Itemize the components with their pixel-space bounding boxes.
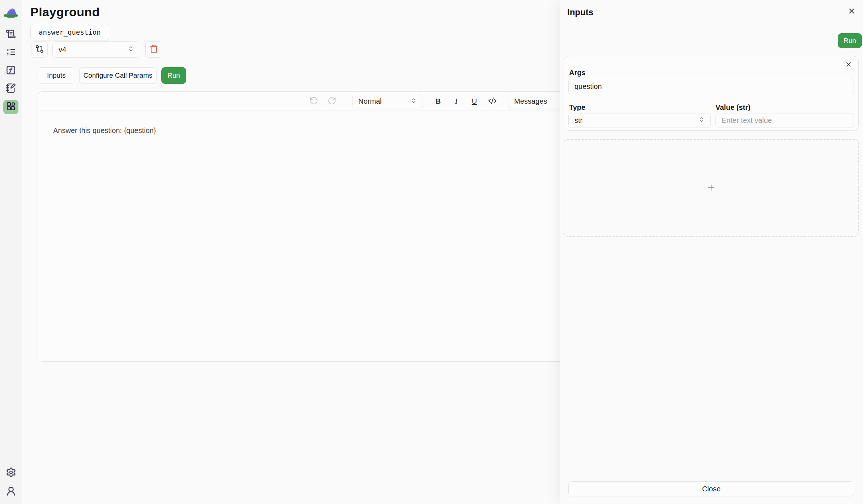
undo-button[interactable] — [307, 95, 320, 108]
type-select[interactable]: str — [568, 113, 711, 128]
sidebar-item-account[interactable] — [3, 484, 18, 499]
function-name-chip[interactable]: answer_question — [30, 24, 109, 40]
list-icon — [6, 47, 16, 59]
page-title: Playground — [30, 5, 100, 19]
bold-label: B — [436, 97, 441, 105]
panel-run-button[interactable]: Run — [838, 33, 862, 48]
inputs-panel-title: Inputs — [567, 7, 593, 17]
settings-gear-icon — [6, 467, 16, 479]
italic-label: I — [455, 97, 458, 106]
code-icon — [488, 96, 497, 106]
args-label: Args — [569, 69, 586, 77]
close-icon — [845, 61, 852, 69]
sidebar-item-functions[interactable] — [3, 64, 18, 78]
type-select-value: str — [574, 116, 582, 125]
panel-close-button[interactable] — [846, 6, 857, 17]
sidebar-item-playground[interactable] — [3, 100, 18, 114]
user-icon — [6, 486, 16, 498]
value-input[interactable] — [715, 113, 854, 128]
sidebar — [0, 0, 22, 504]
sidebar-bottom — [3, 466, 18, 499]
value-label: Value (str) — [715, 103, 751, 112]
insert-messages-value: Messages — [514, 97, 547, 105]
add-arg-button[interactable] — [564, 139, 859, 237]
arg-remove-button[interactable] — [843, 59, 854, 70]
scroll-icon — [6, 29, 16, 40]
redo-button[interactable] — [325, 95, 338, 108]
version-select[interactable]: v4 — [52, 41, 140, 58]
inputs-tab-button[interactable]: Inputs — [38, 67, 75, 84]
undo-icon — [309, 96, 318, 106]
redo-icon — [328, 96, 336, 106]
playground-page: Playground answer_question v4 Inputs Con… — [0, 0, 863, 504]
plus-icon — [706, 183, 716, 193]
chevrons-up-down-icon — [698, 116, 705, 125]
chevrons-up-down-icon — [411, 97, 417, 105]
sidebar-item-traces[interactable] — [3, 46, 18, 60]
italic-button[interactable]: I — [450, 95, 463, 108]
delete-version-button[interactable] — [145, 41, 162, 58]
panel-close-footer-button[interactable]: Close — [568, 481, 854, 496]
arg-card: Args Type str Value (str) — [564, 56, 859, 131]
sidebar-item-projects[interactable] — [3, 27, 18, 42]
close-icon — [847, 7, 856, 16]
git-compare-icon — [35, 44, 44, 55]
trash-icon — [149, 44, 158, 55]
sidebar-nav — [3, 27, 18, 114]
blocks-icon — [6, 101, 16, 113]
bold-button[interactable]: B — [432, 95, 445, 108]
configure-call-params-button[interactable]: Configure Call Params — [79, 67, 157, 84]
version-select-value: v4 — [59, 46, 66, 54]
block-format-value: Normal — [358, 97, 381, 105]
function-square-icon — [6, 65, 16, 77]
block-format-select[interactable]: Normal — [352, 94, 423, 108]
sidebar-item-settings[interactable] — [3, 466, 18, 480]
sidebar-item-annotations[interactable] — [3, 82, 18, 96]
type-label: Type — [569, 103, 585, 112]
lilypad-logo[interactable] — [3, 4, 19, 19]
inputs-panel: Inputs Run Args Type str — [560, 0, 863, 504]
underline-label: U — [472, 97, 477, 105]
chevrons-up-down-icon — [128, 46, 134, 54]
compare-versions-button[interactable] — [31, 41, 48, 58]
arg-name-input[interactable] — [568, 79, 854, 94]
underline-button[interactable]: U — [468, 95, 481, 108]
run-button[interactable]: Run — [161, 67, 186, 84]
code-button[interactable] — [486, 95, 499, 108]
notebook-pen-icon — [6, 83, 16, 95]
